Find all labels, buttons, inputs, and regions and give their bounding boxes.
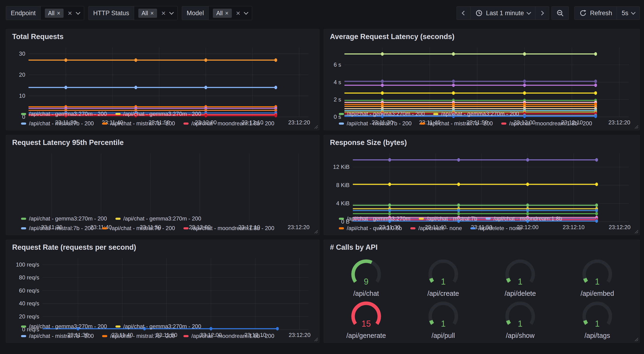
refresh-button[interactable]: Refresh: [574, 6, 617, 20]
legend-series-label: /api/chat - mistral:7b - 200: [110, 225, 175, 231]
response-size-chart[interactable]: 12 KiB8 KiB4 KiB0 B23:11:3023:11:4023:11…: [328, 152, 636, 212]
y-axis-label: 30: [19, 51, 25, 57]
gauge-value: 1: [441, 277, 446, 286]
legend-item[interactable]: /api/chat - moondream:1.8b - 200: [184, 120, 274, 127]
panel-title[interactable]: Average Request Latency (seconds): [330, 33, 636, 41]
data-point: [594, 91, 597, 95]
chip-remove-icon[interactable]: ×: [57, 10, 60, 16]
filter-chip[interactable]: All ×: [138, 9, 157, 18]
legend-item[interactable]: /api/chat - gemma3:270m - 200: [21, 111, 107, 117]
legend-series-swatch: [21, 113, 26, 115]
total-requests-chart[interactable]: 302010023:11:3023:11:4023:11:5023:12:002…: [10, 46, 316, 107]
gauge-arc: 15: [344, 299, 388, 331]
panel-resize-handle[interactable]: [314, 229, 318, 234]
panel-resize-handle[interactable]: [314, 125, 318, 129]
legend-item[interactable]: /api/chat - moondream:1.8b - 200: [184, 333, 274, 339]
time-shift-forward-button[interactable]: [535, 6, 549, 20]
chip-remove-icon[interactable]: ×: [150, 10, 154, 16]
legend-series-label: /api/create - none: [418, 225, 462, 231]
legend-item[interactable]: /api/chat - moondream:1.8b - 200: [501, 120, 592, 127]
legend-item[interactable]: /api/chat - mistral:7b - 200: [420, 120, 492, 127]
gauge-label: /api/chat: [353, 290, 379, 297]
data-point: [526, 203, 529, 207]
legend-item[interactable]: /api/chat - mistral:7b - 200: [102, 120, 175, 127]
legend-series-label: /api/chat - mistral:7b - 200: [29, 120, 94, 127]
legend-item[interactable]: /api/create - none: [410, 225, 462, 231]
panel-request-rate: Request Rate (requests per second) 100 r…: [6, 240, 320, 343]
panel-title[interactable]: Request Rate (requests per second): [12, 243, 316, 252]
refresh-interval-select[interactable]: 5s: [617, 6, 640, 20]
legend-series-label: /api/chat - mistral:7b - 200: [110, 333, 175, 339]
filter-clear-icon[interactable]: ×: [68, 9, 72, 17]
panel-title[interactable]: # Calls by API: [330, 243, 636, 252]
legend-item[interactable]: /api/chat - mistral:7b - 200: [21, 225, 94, 231]
filter-endpoint-label[interactable]: Endpoint: [6, 6, 41, 20]
filter-clear-icon[interactable]: ×: [236, 9, 240, 17]
legend-item[interactable]: /api/chat - moondream:1.8b: [486, 215, 562, 222]
time-range-picker[interactable]: Last 1 minute: [470, 6, 535, 20]
legend-item[interactable]: /api/chat - gemma3:270m - 200: [116, 111, 202, 117]
legend-row: /api/chat - gemma3:270m - 200/api/chat -…: [21, 323, 316, 330]
time-shift-back-button[interactable]: [456, 6, 470, 20]
filter-chip[interactable]: All ×: [213, 9, 232, 18]
data-point: [274, 86, 277, 89]
legend-item[interactable]: /api/chat - mistral:7b - 200: [339, 120, 412, 127]
chevron-down-icon[interactable]: [76, 10, 80, 15]
panel-resize-handle[interactable]: [314, 337, 318, 341]
chevron-down-icon[interactable]: [169, 10, 174, 15]
legend-item[interactable]: /api/chat - mistral:7b - 200: [102, 333, 175, 339]
legend-item[interactable]: /api/chat - gemma3:270m - 200: [116, 323, 202, 330]
panel-title[interactable]: Total Requests: [12, 33, 316, 41]
latency-95th-chart[interactable]: 23:11:3023:11:4023:11:5023:12:0023:12:10…: [10, 152, 316, 212]
legend-item[interactable]: /api/chat - mistral:7b - 200: [21, 120, 94, 127]
data-point: [388, 203, 391, 207]
panel-resize-handle[interactable]: [634, 125, 638, 129]
y-axis-label: 80 req/s: [19, 274, 39, 281]
legend-item[interactable]: /api/chat - qwen3:0.6b: [339, 225, 402, 231]
data-point: [594, 84, 597, 87]
legend-series-label: /api/chat - moondream:1.8b - 200: [192, 225, 274, 231]
chevron-down-icon[interactable]: [244, 10, 249, 15]
zoom-out-button[interactable]: [552, 6, 569, 20]
chart-legend: /api/chat - gemma3:270m - 200/api/chat -…: [10, 212, 316, 232]
legend-series-label: /api/chat - qwen3:0.6b: [347, 225, 402, 231]
legend-item[interactable]: /api/delete - none: [470, 225, 522, 231]
legend-item[interactable]: /api/chat - gemma3:270m - 200: [21, 323, 107, 330]
filter-http-status-label[interactable]: HTTP Status: [88, 6, 134, 20]
panel-title[interactable]: Response Size (bytes): [330, 138, 636, 147]
legend-item[interactable]: /api/chat - mistral:7b - 200: [21, 333, 94, 339]
legend-series-label: /api/chat - moondream:1.8b: [494, 215, 562, 222]
legend-item[interactable]: /api/chat - mistral:7b: [419, 215, 477, 222]
panel-title[interactable]: Request Latency 95th Percentile: [12, 138, 316, 147]
legend-series-swatch: [102, 335, 107, 337]
filter-chip[interactable]: All ×: [45, 9, 64, 18]
legend-item[interactable]: /api/chat - mistral:7b - 200: [102, 225, 175, 231]
legend-series-swatch: [339, 123, 344, 125]
filter-model-value[interactable]: All × ×: [209, 6, 252, 20]
filter-clear-icon[interactable]: ×: [161, 9, 166, 17]
panel-resize-handle[interactable]: [634, 337, 638, 341]
average-latency-chart[interactable]: 6 s4 s2 s0 s23:11:3023:11:4023:11:5023:1…: [328, 46, 636, 107]
legend-series-swatch: [21, 218, 26, 220]
legend-series-label: /api/chat - gemma3:270m - 200: [124, 215, 202, 222]
data-point: [452, 91, 455, 95]
request-rate-chart[interactable]: 100 req/s80 req/s60 req/s40 req/s20 req/…: [10, 256, 316, 320]
panel-resize-handle[interactable]: [634, 229, 638, 234]
legend-series-label: /api/chat - mistral:7b: [427, 215, 477, 222]
legend-item[interactable]: /api/chat - gemma3:270m - 200: [339, 111, 425, 117]
chip-remove-icon[interactable]: ×: [225, 10, 228, 16]
legend-item[interactable]: /api/chat - gemma3:270m - 200: [21, 215, 107, 222]
filter-http-status: HTTP Status All × ×: [88, 6, 178, 20]
legend-item[interactable]: /api/chat - gemma3:270m: [339, 215, 410, 222]
legend-item[interactable]: /api/chat - gemma3:270m - 200: [433, 111, 519, 117]
data-point: [452, 80, 455, 83]
legend-series-swatch: [116, 325, 120, 327]
y-axis-label: 10: [19, 93, 25, 99]
gauge-api-generate: 15/api/generate: [328, 298, 405, 340]
legend-item[interactable]: /api/chat - gemma3:270m - 200: [116, 215, 202, 222]
y-axis-label: 60 req/s: [19, 287, 39, 294]
filter-endpoint-value[interactable]: All × ×: [41, 6, 84, 20]
filter-http-status-value[interactable]: All × ×: [134, 6, 177, 20]
legend-item[interactable]: /api/chat - moondream:1.8b - 200: [184, 225, 274, 231]
filter-model-label[interactable]: Model: [182, 6, 209, 20]
